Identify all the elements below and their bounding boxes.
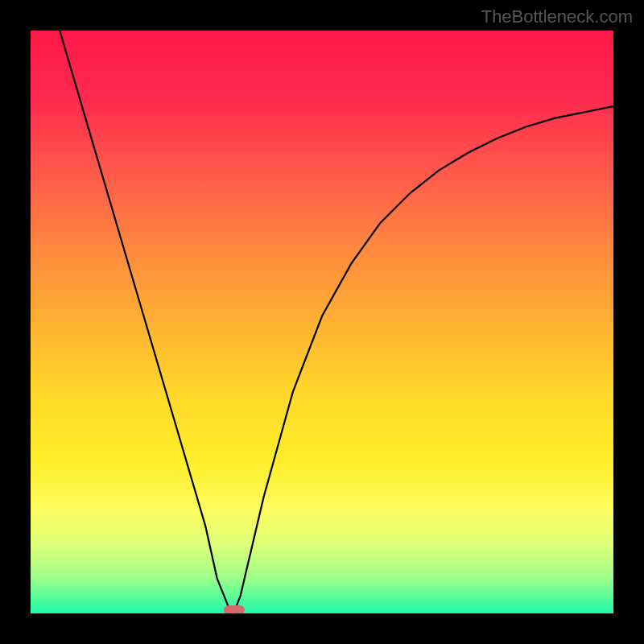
- bottleneck-curve: [60, 31, 613, 610]
- chart-curve-svg: [31, 31, 613, 613]
- watermark-text: TheBottleneck.com: [481, 6, 633, 27]
- chart-plot-area: [31, 31, 613, 613]
- optimal-point-marker: [224, 605, 245, 613]
